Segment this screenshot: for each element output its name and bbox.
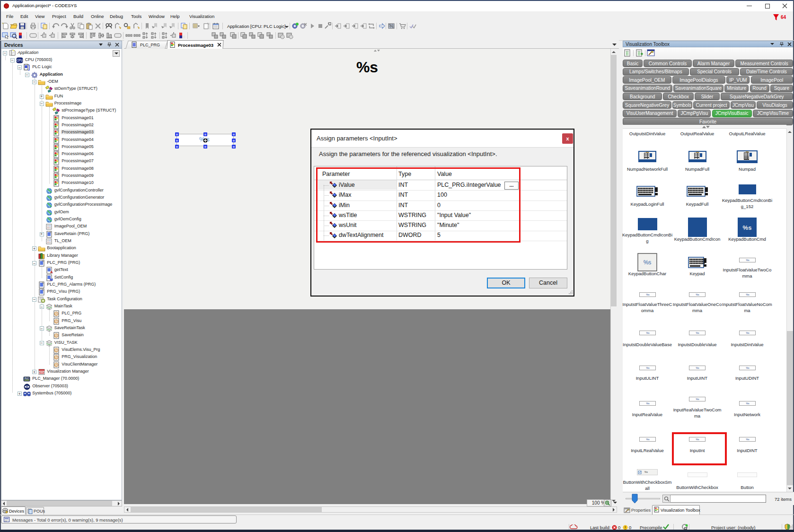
svg-text:%s: %s bbox=[746, 438, 749, 441]
svg-text:%s: %s bbox=[696, 331, 699, 334]
svg-text:%s: %s bbox=[646, 293, 649, 296]
svg-text:%s: %s bbox=[746, 259, 749, 262]
svg-text:%s: %s bbox=[746, 402, 749, 405]
svg-text:PLC: PLC bbox=[25, 377, 29, 380]
svg-text:%s: %s bbox=[696, 398, 699, 401]
svg-text:%s: %s bbox=[646, 366, 649, 369]
svg-text:%s: %s bbox=[746, 331, 749, 334]
svg-text:CPU: CPU bbox=[16, 59, 23, 62]
svg-text:%s: %s bbox=[644, 259, 652, 266]
svg-text:@: @ bbox=[55, 363, 58, 366]
svg-text:@: @ bbox=[55, 320, 58, 323]
svg-text:%s: %s bbox=[743, 224, 752, 231]
svg-text:@: @ bbox=[55, 349, 58, 352]
svg-text:%s: %s bbox=[644, 471, 648, 473]
svg-text:%s: %s bbox=[746, 366, 749, 369]
svg-text:M: M bbox=[50, 278, 53, 281]
svg-text:%s: %s bbox=[646, 331, 649, 334]
svg-text:@: @ bbox=[55, 334, 58, 337]
svg-text:@: @ bbox=[55, 356, 58, 359]
svg-text:%s: %s bbox=[746, 293, 749, 296]
svg-text:%s: %s bbox=[646, 402, 649, 405]
svg-text:%s: %s bbox=[646, 438, 649, 441]
svg-text:@: @ bbox=[55, 312, 58, 315]
svg-text:%s: %s bbox=[696, 366, 699, 369]
svg-text:A: A bbox=[50, 270, 53, 274]
svg-text:%s: %s bbox=[696, 293, 699, 296]
